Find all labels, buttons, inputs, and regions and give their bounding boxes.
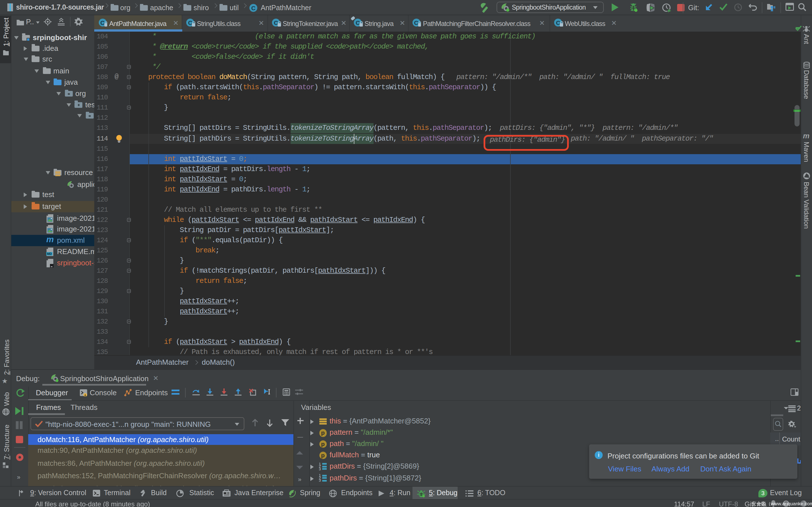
svg-text:MD: MD — [47, 252, 52, 256]
